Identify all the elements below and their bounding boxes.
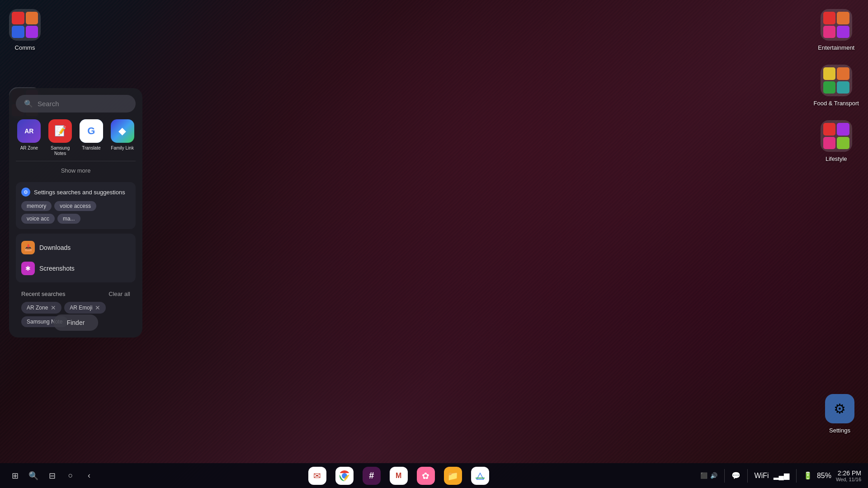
recent-tag-ar-zone-label: AR Zone <box>27 305 48 311</box>
samsung-notes-icon: 📝 <box>48 119 72 143</box>
show-more-button[interactable]: Show more <box>16 164 136 178</box>
recent-searches-label: Recent searches <box>21 291 66 297</box>
cluster-cell <box>837 137 849 150</box>
entertainment-icon-group[interactable]: Entertainment <box>818 9 854 51</box>
taskbar-divider-3 <box>796 469 797 483</box>
samsung-notes-label: Samsung Notes <box>47 145 74 156</box>
cluster-cell <box>837 81 849 94</box>
comms-label: Comms <box>15 44 35 51</box>
apps-grid-button[interactable]: ⊞ <box>7 468 23 484</box>
settings-suggestions-section: ⚙ Settings searches and suggestions memo… <box>16 182 136 229</box>
battery-icon: 🔋 <box>803 471 812 480</box>
message-icon: 💬 <box>731 471 741 480</box>
family-link-icon-text: ◆ <box>118 125 126 137</box>
taskbar-slack-icon[interactable]: # <box>363 467 381 485</box>
cluster-cell <box>823 12 836 24</box>
settings-desktop-label: Settings <box>829 427 850 434</box>
screenshots-icon: ✱ <box>21 262 35 275</box>
recent-header: Recent searches Clear all <box>21 291 130 297</box>
home-button[interactable]: ○ <box>62 468 79 484</box>
app-grid: AR AR Zone 📝 Samsung Notes G Translate ◆… <box>16 119 136 156</box>
ar-zone-icon-text: AR <box>24 127 33 135</box>
cluster-cell <box>823 123 836 136</box>
taskbar-files-icon[interactable]: 📁 <box>444 467 462 485</box>
settings-tags-container: memory voice access voice acc ma... <box>21 201 130 224</box>
settings-tag-voice-acc[interactable]: voice acc <box>21 214 55 224</box>
taskbar-divider-2 <box>747 469 748 483</box>
files-section: 📥 Downloads ✱ Screenshots <box>16 234 136 282</box>
settings-section-title: Settings searches and suggestions <box>34 189 125 196</box>
recent-tag-ar-zone-close[interactable]: ✕ <box>51 304 56 311</box>
cluster-cell <box>837 67 849 80</box>
search-input-container[interactable]: 🔍 <box>16 95 136 113</box>
settings-gear-icon: ⚙ <box>825 394 854 423</box>
food-transport-icon-cluster <box>821 65 852 96</box>
downloads-icon: 📥 <box>21 241 35 254</box>
lifestyle-label: Lifestyle <box>826 155 847 162</box>
family-link-icon: ◆ <box>111 119 134 143</box>
finder-button[interactable]: Finder <box>53 314 99 331</box>
settings-section-icon: ⚙ <box>21 188 30 197</box>
recent-tag-ar-emoji-close[interactable]: ✕ <box>95 304 100 311</box>
cluster-cell <box>823 26 836 38</box>
settings-tag-voice-access[interactable]: voice access <box>54 201 96 211</box>
taskbar-divider <box>724 469 725 483</box>
cluster-cell <box>837 123 849 136</box>
app-item-samsung-notes[interactable]: 📝 Samsung Notes <box>47 119 74 156</box>
recent-tag-ar-emoji-label: AR Emoji <box>70 305 92 311</box>
recent-apps-button[interactable]: ⊟ <box>44 468 60 484</box>
cluster-cell <box>837 12 849 24</box>
taskbar-chrome-icon[interactable] <box>335 467 354 485</box>
settings-desktop-icon[interactable]: ⚙ Settings <box>825 394 854 434</box>
time-display: 2:26 PM Wed, 11/16 <box>836 469 861 482</box>
taskbar-gmail-icon[interactable]: ✉ <box>308 467 326 485</box>
samsung-notes-icon-text: 📝 <box>54 125 66 137</box>
settings-tag-memory[interactable]: memory <box>21 201 52 211</box>
search-icon: 🔍 <box>24 99 33 108</box>
divider-apps <box>16 161 136 161</box>
translate-icon: G <box>80 119 103 143</box>
settings-header: ⚙ Settings searches and suggestions <box>21 188 130 197</box>
cluster-cell <box>823 67 836 80</box>
taskbar: ⊞ 🔍 ⊟ ○ ‹ ✉ # M ✿ 📁 ⬛ 🔊 💬 WiFi ▂▄▆ 🔋 85%… <box>0 463 868 488</box>
cluster-cell <box>837 26 849 38</box>
taskbar-mail-icon[interactable]: M <box>390 467 408 485</box>
recent-tag-ar-emoji[interactable]: AR Emoji ✕ <box>64 302 106 314</box>
taskbar-drive-icon[interactable] <box>471 467 489 485</box>
clear-all-button[interactable]: Clear all <box>108 291 130 297</box>
app-item-translate[interactable]: G Translate <box>78 119 105 156</box>
family-link-label: Family Link <box>111 145 134 151</box>
file-item-screenshots[interactable]: ✱ Screenshots <box>21 258 130 279</box>
cluster-cell <box>823 137 836 150</box>
food-transport-icon-group[interactable]: Food & Transport <box>814 65 859 107</box>
app-item-ar-zone[interactable]: AR AR Zone <box>16 119 42 156</box>
ar-zone-icon: AR <box>17 119 41 143</box>
comms-icon-group[interactable]: Comms <box>9 9 41 51</box>
lifestyle-icon-group[interactable]: Lifestyle <box>821 120 852 162</box>
date-text: Wed, 11/16 <box>836 477 861 482</box>
volume-icon: 🔊 <box>710 472 717 479</box>
search-input[interactable] <box>38 100 127 108</box>
entertainment-label: Entertainment <box>818 44 854 51</box>
status-icons: ⬛ 🔊 <box>700 472 717 479</box>
file-item-downloads[interactable]: 📥 Downloads <box>21 237 130 258</box>
taskbar-right: ⬛ 🔊 💬 WiFi ▂▄▆ 🔋 85% 2:26 PM Wed, 11/16 <box>700 469 861 483</box>
search-button[interactable]: 🔍 <box>25 468 42 484</box>
cluster-cell <box>12 12 24 24</box>
cluster-cell <box>26 26 38 38</box>
back-button[interactable]: ‹ <box>81 468 97 484</box>
settings-tag-more[interactable]: ma... <box>57 214 80 224</box>
app-item-family-link[interactable]: ◆ Family Link <box>109 119 136 156</box>
battery-percent: 85% <box>817 472 831 480</box>
wifi-icon: WiFi <box>755 472 769 480</box>
translate-label: Translate <box>82 145 100 151</box>
entertainment-icon-cluster <box>821 9 852 41</box>
taskbar-blossom-icon[interactable]: ✿ <box>417 467 435 485</box>
screen-record-icon: ⬛ <box>700 472 708 479</box>
desktop-icons-topright: Entertainment Food & Transport Lifestyle <box>814 9 859 162</box>
downloads-label: Downloads <box>39 244 71 251</box>
recent-tag-ar-zone[interactable]: AR Zone ✕ <box>21 302 61 314</box>
comms-icon-cluster <box>9 9 41 41</box>
time-text: 2:26 PM <box>836 469 861 477</box>
cluster-cell <box>12 26 24 38</box>
